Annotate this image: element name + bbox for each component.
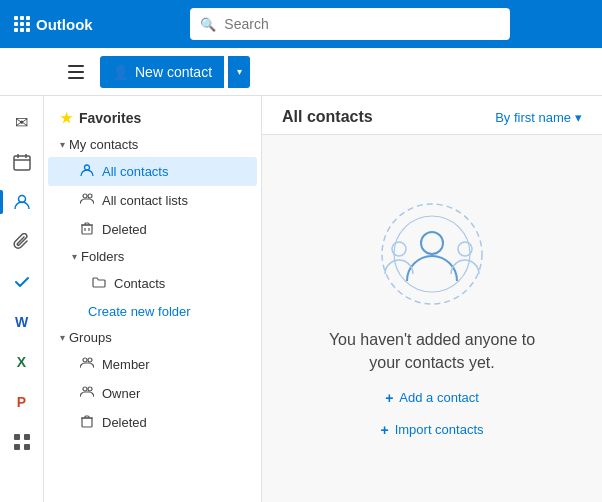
deleted2-icon (80, 414, 94, 431)
deleted2-label: Deleted (102, 415, 147, 430)
import-contacts-label: Import contacts (395, 422, 484, 437)
sidebar-item-mail[interactable]: ✉ (4, 104, 40, 140)
sort-label: By first name (495, 110, 571, 125)
nav-deleted2[interactable]: Deleted (48, 408, 257, 437)
owner-label: Owner (102, 386, 140, 401)
new-contact-dropdown-button[interactable]: ▾ (228, 56, 250, 88)
nav-deleted[interactable]: Deleted (48, 215, 257, 244)
all-contacts-label: All contacts (102, 164, 168, 179)
svg-rect-7 (14, 444, 20, 450)
new-contact-label: New contact (135, 64, 212, 80)
empty-message: You haven't added anyone to your contact… (329, 329, 535, 374)
svg-rect-8 (24, 444, 30, 450)
search-icon: 🔍 (200, 17, 216, 32)
sidebar-item-apps[interactable] (4, 424, 40, 460)
sort-chevron-icon: ▾ (575, 110, 582, 125)
import-contacts-plus-icon: + (380, 422, 388, 438)
hamburger-button[interactable] (60, 56, 92, 88)
new-contact-button[interactable]: 👤 New contact (100, 56, 224, 88)
grid-icon (14, 16, 30, 32)
owner-icon (80, 385, 94, 402)
svg-point-18 (83, 387, 87, 391)
svg-rect-20 (82, 418, 92, 427)
add-contact-label: Add a contact (399, 390, 479, 405)
create-new-folder-label: Create new folder (88, 304, 191, 319)
add-contact-plus-icon: + (385, 390, 393, 406)
sidebar-icons: ✉ W X P (0, 96, 44, 502)
nav-all-contacts[interactable]: All contacts (48, 157, 257, 186)
nav-member[interactable]: Member (48, 350, 257, 379)
actionbar: 👤 New contact ▾ (0, 48, 602, 96)
deleted-label: Deleted (102, 222, 147, 237)
svg-point-19 (88, 387, 92, 391)
chevron-down-icon: ▾ (237, 66, 242, 77)
my-contacts-label: My contacts (69, 137, 138, 152)
import-contacts-link[interactable]: + Import contacts (380, 422, 483, 438)
contacts-illustration (377, 199, 487, 309)
add-contact-link[interactable]: + Add a contact (385, 390, 479, 406)
my-contacts-group[interactable]: ▾ My contacts (44, 132, 261, 157)
empty-message-text: You haven't added anyone to your contact… (329, 331, 535, 370)
search-input[interactable] (224, 16, 500, 32)
empty-state: You haven't added anyone to your contact… (262, 135, 602, 502)
nav-panel: ★ Favorites ▾ My contacts All contacts (44, 96, 262, 502)
groups-group[interactable]: ▾ Groups (44, 325, 261, 350)
sidebar-item-calendar[interactable] (4, 144, 40, 180)
svg-point-24 (421, 232, 443, 254)
favorites-label: Favorites (79, 110, 141, 126)
svg-point-9 (85, 165, 90, 170)
member-label: Member (102, 357, 150, 372)
sidebar-item-attach[interactable] (4, 224, 40, 260)
main-content: All contacts By first name ▾ (262, 96, 602, 502)
nav-contacts-folder[interactable]: Contacts (48, 269, 257, 298)
all-contacts-icon (80, 163, 94, 180)
chevron-groups-icon: ▾ (60, 332, 65, 343)
deleted-icon (80, 221, 94, 238)
search-bar[interactable]: 🔍 (190, 8, 510, 40)
favorites-header: ★ Favorites (44, 104, 261, 132)
groups-label: Groups (69, 330, 112, 345)
page-title: All contacts (282, 108, 373, 126)
sidebar-item-todo[interactable] (4, 264, 40, 300)
sidebar-item-contacts[interactable] (4, 184, 40, 220)
sort-button[interactable]: By first name ▾ (495, 110, 582, 125)
svg-point-11 (88, 194, 92, 198)
svg-rect-5 (14, 434, 20, 440)
create-new-folder-link[interactable]: Create new folder (44, 298, 261, 325)
folders-group[interactable]: ▾ Folders (44, 244, 261, 269)
app-name: Outlook (36, 16, 93, 33)
svg-rect-12 (82, 225, 92, 234)
chevron-my-contacts-icon: ▾ (60, 139, 65, 150)
contacts-folder-label: Contacts (114, 276, 165, 291)
layout: ✉ W X P (0, 96, 602, 502)
svg-point-17 (88, 358, 92, 362)
svg-point-10 (83, 194, 87, 198)
main-header: All contacts By first name ▾ (262, 96, 602, 135)
all-contact-lists-label: All contact lists (102, 193, 188, 208)
nav-owner[interactable]: Owner (48, 379, 257, 408)
member-icon (80, 356, 94, 373)
sidebar-item-powerpoint[interactable]: P (4, 384, 40, 420)
topbar: Outlook 🔍 (0, 0, 602, 48)
chevron-folders-icon: ▾ (72, 251, 77, 262)
star-icon: ★ (60, 110, 73, 126)
new-contact-icon: 👤 (112, 64, 129, 80)
folders-label: Folders (81, 249, 124, 264)
nav-all-contact-lists[interactable]: All contact lists (48, 186, 257, 215)
sidebar-item-excel[interactable]: X (4, 344, 40, 380)
svg-rect-0 (14, 156, 30, 170)
folder-icon (92, 275, 106, 292)
contact-lists-icon (80, 192, 94, 209)
sidebar-item-word[interactable]: W (4, 304, 40, 340)
svg-rect-6 (24, 434, 30, 440)
svg-point-16 (83, 358, 87, 362)
app-logo: Outlook (8, 16, 99, 33)
